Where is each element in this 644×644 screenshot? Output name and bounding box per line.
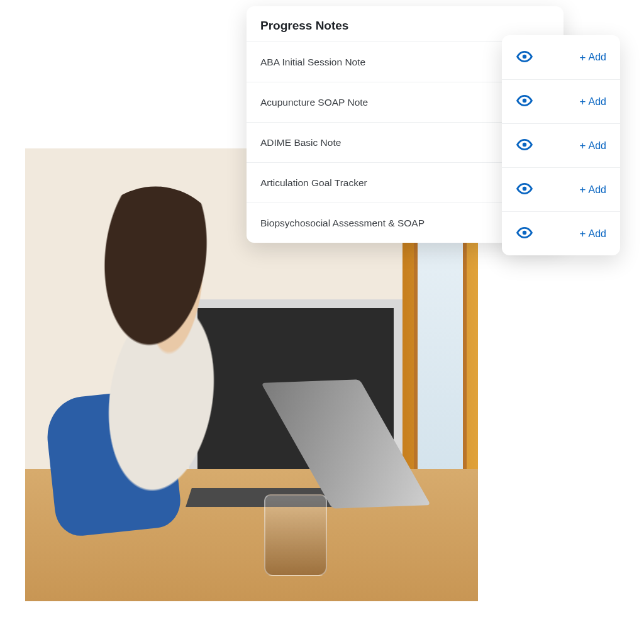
photo-glass: [264, 494, 327, 576]
svg-point-4: [523, 231, 527, 235]
add-button[interactable]: + Add: [580, 228, 606, 240]
add-button[interactable]: + Add: [580, 96, 606, 108]
plus-icon: +: [580, 228, 586, 239]
plus-icon: +: [580, 140, 586, 151]
note-action-row: + Add: [502, 35, 620, 79]
add-label: Add: [589, 140, 606, 152]
eye-icon: [516, 136, 533, 155]
add-button[interactable]: + Add: [580, 52, 606, 63]
add-button[interactable]: + Add: [580, 184, 606, 196]
add-button[interactable]: + Add: [580, 140, 606, 152]
svg-point-2: [523, 143, 527, 147]
note-action-row: + Add: [502, 167, 620, 211]
preview-button[interactable]: [516, 93, 533, 111]
svg-point-0: [523, 54, 527, 58]
preview-button[interactable]: [516, 137, 533, 155]
add-label: Add: [589, 52, 606, 63]
preview-button[interactable]: [516, 48, 533, 66]
eye-icon: [516, 225, 533, 243]
eye-icon: [516, 48, 533, 67]
note-label: ABA Initial Session Note: [260, 57, 365, 68]
note-actions-panel: + Add + Add + Add: [502, 35, 620, 255]
eye-icon: [516, 180, 533, 199]
plus-icon: +: [580, 184, 586, 195]
preview-button[interactable]: [516, 225, 533, 243]
note-action-row: + Add: [502, 123, 620, 167]
preview-button[interactable]: [516, 181, 533, 199]
plus-icon: +: [580, 96, 586, 107]
add-label: Add: [589, 228, 606, 240]
plus-icon: +: [580, 52, 586, 63]
svg-point-3: [523, 187, 527, 191]
add-label: Add: [589, 96, 606, 108]
add-label: Add: [589, 184, 606, 196]
eye-icon: [516, 92, 533, 111]
note-label: Articulation Goal Tracker: [260, 177, 367, 189]
note-label: Acupuncture SOAP Note: [260, 97, 368, 108]
note-label: ADIME Basic Note: [260, 137, 341, 148]
note-action-row: + Add: [502, 211, 620, 255]
note-action-row: + Add: [502, 79, 620, 123]
svg-point-1: [523, 99, 527, 103]
note-label: Biopsychosocial Assessment & SOAP: [260, 218, 425, 229]
